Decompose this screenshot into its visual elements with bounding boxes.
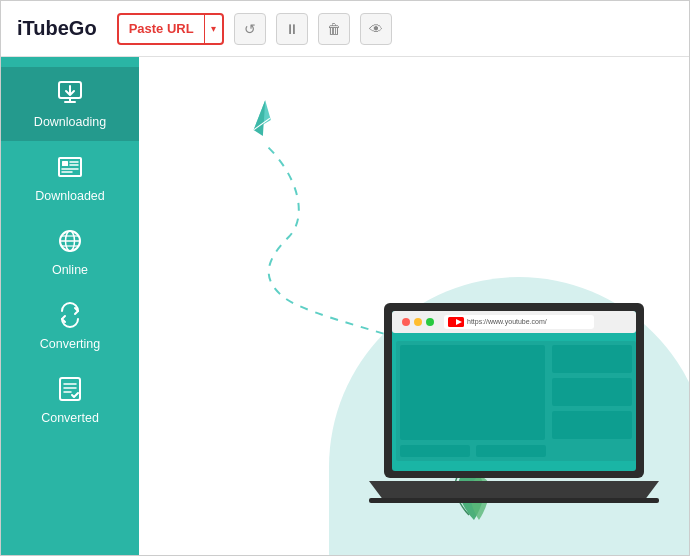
svg-rect-5 xyxy=(62,161,68,166)
sidebar-label-downloaded: Downloaded xyxy=(35,189,105,203)
sidebar-item-converted[interactable]: Converted xyxy=(1,363,139,437)
header: iTubeGo Paste URL ▾ ↺ ⏸ 🗑 👁 xyxy=(1,1,689,57)
main-layout: Downloading Downloaded xyxy=(1,57,689,556)
svg-point-27 xyxy=(426,318,434,326)
sidebar-label-converted: Converted xyxy=(41,411,99,425)
content-area: https://www.youtube.com/ xyxy=(139,57,689,556)
eye-button[interactable]: 👁 xyxy=(360,13,392,45)
sidebar-item-downloading[interactable]: Downloading xyxy=(1,67,139,141)
sidebar-label-downloading: Downloading xyxy=(34,115,106,129)
online-icon xyxy=(56,227,84,259)
svg-point-25 xyxy=(402,318,410,326)
downloaded-icon xyxy=(56,153,84,185)
undo-icon: ↺ xyxy=(244,21,256,37)
paste-url-button[interactable]: Paste URL ▾ xyxy=(117,13,224,45)
sidebar: Downloading Downloaded xyxy=(1,57,139,556)
sidebar-label-converting: Converting xyxy=(40,337,100,351)
svg-marker-20 xyxy=(244,100,281,138)
delete-button[interactable]: 🗑 xyxy=(318,13,350,45)
pause-icon: ⏸ xyxy=(285,21,299,37)
converting-icon xyxy=(56,301,84,333)
svg-rect-38 xyxy=(476,445,546,457)
svg-text:https://www.youtube.com/: https://www.youtube.com/ xyxy=(467,318,547,326)
svg-rect-36 xyxy=(552,411,632,439)
svg-rect-33 xyxy=(400,345,545,440)
eye-icon: 👁 xyxy=(369,21,383,37)
svg-rect-35 xyxy=(552,378,632,406)
svg-rect-39 xyxy=(369,498,659,503)
undo-button[interactable]: ↺ xyxy=(234,13,266,45)
paste-url-dropdown-arrow[interactable]: ▾ xyxy=(204,15,222,43)
svg-rect-4 xyxy=(59,158,81,176)
app-logo: iTubeGo xyxy=(17,17,97,40)
delete-icon: 🗑 xyxy=(327,21,341,37)
converted-icon xyxy=(56,375,84,407)
downloading-icon xyxy=(56,79,84,111)
sidebar-item-downloaded[interactable]: Downloaded xyxy=(1,141,139,215)
svg-rect-37 xyxy=(400,445,470,457)
sidebar-item-converting[interactable]: Converting xyxy=(1,289,139,363)
pause-button[interactable]: ⏸ xyxy=(276,13,308,45)
sidebar-label-online: Online xyxy=(52,263,88,277)
laptop-illustration: https://www.youtube.com/ xyxy=(364,293,664,527)
svg-point-26 xyxy=(414,318,422,326)
paste-url-label: Paste URL xyxy=(119,15,204,43)
svg-rect-34 xyxy=(552,345,632,373)
svg-rect-15 xyxy=(60,378,80,400)
sidebar-item-online[interactable]: Online xyxy=(1,215,139,289)
